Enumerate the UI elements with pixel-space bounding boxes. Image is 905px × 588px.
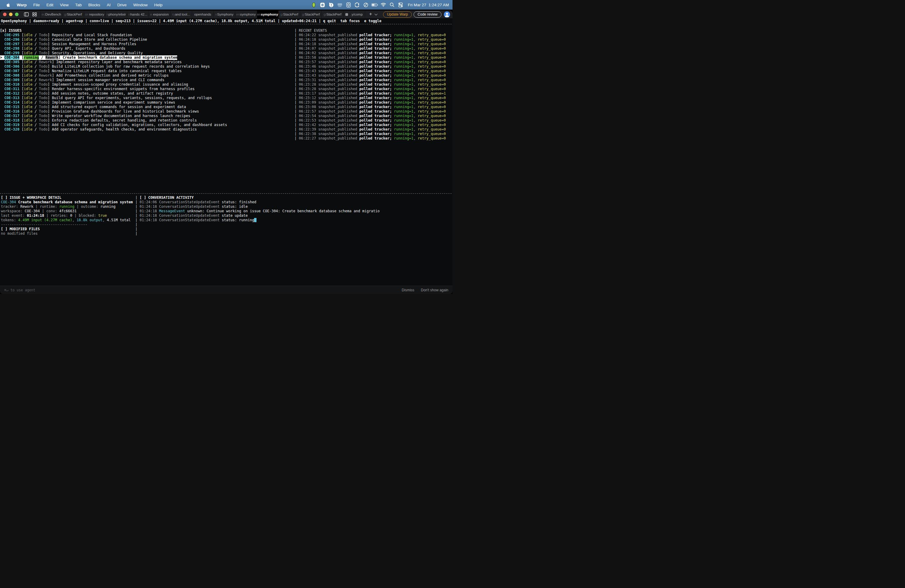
tab-favicon-icon (345, 13, 348, 16)
menu-file[interactable]: File (30, 3, 43, 7)
issue-row-coe-310[interactable]: COE-310 [idle / Todo] Implement session-… (0, 82, 188, 87)
tab-ensymphony[interactable]: ensymphony (257, 11, 278, 18)
issue-row-coe-296[interactable]: COE-296 [idle / Todo] Canonical Data Sto… (0, 37, 147, 42)
update-warp-button[interactable]: Update Warp (383, 11, 412, 17)
menu-edit[interactable]: Edit (43, 3, 57, 7)
spotlight-search-icon[interactable] (389, 2, 395, 8)
tab-g-stackperf[interactable]: g/StackPerf (278, 11, 300, 18)
terminal-window: ecDevBenchg/StackPerfor repositorynphony… (0, 11, 452, 294)
tab-dropdown-chevron-icon[interactable] (375, 13, 378, 16)
control-center-icon[interactable] (397, 2, 404, 8)
footer-bar: ⌘↵ to use agent Dismiss Don't show again (0, 286, 452, 294)
conversation-line: | 01:24:18 MessageEvent unknown: Continu… (135, 209, 379, 213)
issue-row-coe-313[interactable]: COE-313 [idle / Todo] Build query API fo… (0, 96, 212, 100)
issue-row-coe-315[interactable]: COE-315 [idle / Todo] Add structured exp… (0, 105, 186, 109)
zoom-window-button[interactable] (15, 13, 19, 16)
menu-view[interactable]: View (57, 3, 72, 7)
apple-menu-icon[interactable] (6, 2, 11, 8)
menu-help[interactable]: Help (151, 3, 166, 7)
close-window-button[interactable] (3, 13, 6, 16)
tab-g-stackperf[interactable]: g/StackPerf (62, 11, 84, 18)
app-status-line: OpenSymphony | daemon=ready | agent=up |… (0, 18, 452, 24)
tab-nhands-42[interactable]: nhands 42... (127, 11, 148, 18)
issue-row-coe-299[interactable]: COE-299 [idle / Todo] Security, Operatio… (0, 51, 143, 56)
menu-tab[interactable]: Tab (72, 3, 85, 7)
conversation-line: | 01:24:18 ConversationStateUpdateEvent … (135, 213, 248, 218)
tab-nsymphony[interactable]: nSymphony (213, 11, 235, 18)
issues-list: COE-295 [idle / Todo] Repository and Loc… (0, 33, 227, 132)
dismiss-button[interactable]: Dismiss (402, 288, 414, 292)
issue-row-coe-309[interactable]: COE-309 [idle / Rework] Implement sessio… (0, 78, 164, 82)
issue-row-coe-298[interactable]: COE-298 [idle / Todo] Query API, Exports… (0, 46, 125, 51)
tab-openhands[interactable]: openhands (192, 11, 213, 18)
menu-window[interactable]: Window (130, 3, 151, 7)
battery-charging-icon[interactable] (372, 2, 378, 8)
tab-g-stackperf[interactable]: g/StackPerf (300, 11, 321, 18)
issue-row-coe-297[interactable]: COE-297 [idle / Todo] Session Management… (0, 42, 136, 46)
issue-row-coe-312[interactable]: COE-312 [idle / Todo] Add session notes,… (0, 91, 173, 96)
detail-line: [ ] MODIFIED FILES (1, 227, 40, 231)
issue-row-coe-317[interactable]: COE-317 [idle / Todo] Write operator wor… (0, 114, 191, 118)
grid-layout-icon[interactable] (32, 12, 37, 16)
alert-swirl-icon[interactable] (354, 2, 360, 8)
event-row: | 06:23:46 snapshot_published polled tra… (294, 64, 446, 69)
issue-row-coe-306[interactable]: COE-306 [idle / Todo] Build LiteLLM coll… (0, 64, 210, 69)
issue-row-coe-307[interactable]: COE-307 [idle / Todo] Normalize LiteLLM … (0, 69, 182, 73)
new-tab-button[interactable]: + (367, 11, 374, 17)
menu-drive[interactable]: Drive (114, 3, 130, 7)
event-row: | 06:23:43 snapshot_published polled tra… (294, 73, 446, 78)
conversation-line: | 01:24:18 ConversationStateUpdateEvent … (135, 205, 248, 209)
tab-ecdevbench[interactable]: ecDevBench (40, 11, 62, 18)
shield-icon[interactable] (345, 2, 352, 8)
dont-show-again-button[interactable]: Don't show again (421, 288, 448, 292)
agent-hint: ⌘↵ to use agent (4, 288, 35, 292)
menubar-clock[interactable]: Fri Mar 27 1:24:27 AM (408, 3, 449, 7)
event-row: | 06:22:54 snapshot_published polled tra… (294, 114, 446, 118)
window-controls (3, 13, 19, 16)
account-avatar[interactable] (444, 11, 450, 17)
issue-row-coe-311[interactable]: COE-311 [idle / Todo] Render harness-spe… (0, 87, 195, 91)
tab-strip: ecDevBenchg/StackPerfor repositorynphony… (40, 11, 365, 18)
issue-row-coe-320[interactable]: COE-320 [idle / Todo] Add operator safeg… (0, 127, 197, 132)
issue-row-coe-295[interactable]: COE-295 [idle / Todo] Repository and Loc… (0, 33, 132, 37)
menu-blocks[interactable]: Blocks (85, 3, 103, 7)
focus-mode-icon[interactable] (363, 2, 369, 8)
tab-e-expansion[interactable]: e expansion (148, 11, 170, 18)
issue-row-coe-314[interactable]: COE-314 [idle / Todo] Implement comparis… (0, 100, 175, 105)
detail-line: [ ] ISSUE + WORKSPACE DETAIL (1, 195, 61, 200)
events-list: | 06:24:22 snapshot_published polled tra… (294, 33, 446, 141)
issue-row-coe-316[interactable]: COE-316 [idle / Todo] Provision Grafana … (0, 109, 199, 114)
event-row: | 06:22:39 snapshot_published polled tra… (294, 127, 446, 132)
code-review-button[interactable]: Code review (414, 11, 441, 17)
event-row: | 06:23:43 snapshot_published polled tra… (294, 69, 446, 73)
snowflake-app-icon[interactable] (319, 2, 326, 8)
wifi-icon[interactable] (380, 2, 387, 8)
menu-warp[interactable]: Warp (13, 3, 30, 7)
conversation-line: | 01:24:18 ConversationStateUpdateEvent … (135, 218, 256, 222)
issues-header: [x] ISSUES (0, 29, 22, 33)
conversation-line: | (135, 227, 140, 231)
docker-alert-icon[interactable] (328, 2, 335, 8)
events-panel: | RECENT EVENTS | 06:24:22 snapshot_publ… (294, 29, 446, 141)
keyboard-icon[interactable] (337, 2, 343, 8)
issue-row-coe-319[interactable]: COE-319 [idle / Todo] Add CI checks for … (0, 123, 227, 127)
event-row: | 06:22:27 snapshot_published polled tra… (294, 136, 446, 141)
tab-nphony-elixir[interactable]: nphony/elixir (105, 11, 127, 18)
detail-line: no modified files (1, 231, 38, 236)
tab-or-repository[interactable]: or repository (84, 11, 105, 18)
event-row: | 06:23:58 snapshot_published polled tra… (294, 56, 446, 60)
tab-ry-and-tool[interactable]: ry and tool... (170, 11, 192, 18)
issue-row-coe-304[interactable]: > COE-304 [running / Rework] Create benc… (0, 56, 177, 60)
event-row: | 06:24:18 snapshot_published polled tra… (294, 37, 446, 42)
sidebar-toggle-icon[interactable] (24, 12, 29, 16)
event-row: | 06:24:02 snapshot_published polled tra… (294, 51, 446, 56)
status-oval-icon[interactable] (311, 2, 317, 8)
tab-ensymphony[interactable]: ensymphony (235, 11, 256, 18)
tab-g-stackperf[interactable]: g/StackPerf (321, 11, 343, 18)
menu-ai[interactable]: AI (103, 3, 114, 7)
issue-row-coe-305[interactable]: COE-305 [idle / Rework] Implement reposi… (0, 60, 182, 64)
issue-row-coe-308[interactable]: COE-308 [idle / Rework] Add Prometheus c… (0, 73, 169, 78)
issue-row-coe-318[interactable]: COE-318 [idle / Todo] Enforce redaction … (0, 118, 197, 123)
tab-y-comp[interactable]: ..y/comp (343, 11, 365, 18)
minimize-window-button[interactable] (9, 13, 13, 16)
